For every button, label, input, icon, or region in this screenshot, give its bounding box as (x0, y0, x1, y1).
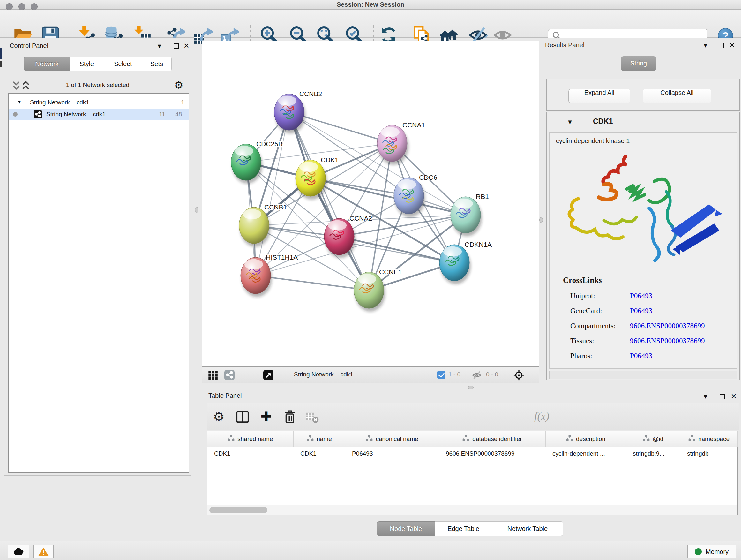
network-node-RB1[interactable]: RB1 (451, 193, 489, 236)
table-cell[interactable]: 9606.ENSP00000378699 (439, 447, 545, 461)
network-node-CCNE1[interactable]: CCNE1 (354, 268, 402, 312)
expand-all-button[interactable]: Expand All (568, 89, 630, 104)
network-node-CDC6[interactable]: CDC6 (394, 174, 437, 217)
panel-maximize-icon[interactable] (174, 44, 179, 49)
tab-style[interactable]: Style (70, 57, 104, 71)
table-cell[interactable]: stringdb (680, 447, 738, 461)
show-grid-icon[interactable] (208, 370, 218, 380)
table-horizontal-scrollbar[interactable] (207, 505, 738, 515)
column-type-icon (643, 434, 650, 443)
screen-edge-decor (0, 48, 2, 59)
tab-sets[interactable]: Sets (142, 57, 172, 71)
cloud-status-button[interactable] (8, 545, 29, 558)
column-header[interactable]: shared name (207, 431, 293, 447)
window-title: Session: New Session (0, 1, 741, 8)
column-header[interactable]: description (545, 431, 626, 447)
node-label-HIST1H1A: HIST1H1A (266, 253, 298, 261)
panel-float-chevron-icon[interactable]: ▾ (704, 42, 707, 49)
panel-close-icon[interactable]: ✕ (731, 393, 737, 400)
network-row-selected[interactable]: String Network – cdk1 11 48 (9, 109, 189, 120)
function-builder-icon: f(x) (534, 410, 549, 422)
node-gloss-highlight (455, 199, 473, 209)
network-options-gear-icon[interactable]: ⚙ (174, 79, 184, 91)
fit-selection-crosshair-icon[interactable] (513, 369, 525, 381)
hidden-counts: 0 - 0 (486, 371, 498, 378)
network-edge-CCNB2-CCNE1[interactable] (289, 112, 369, 290)
table-cell[interactable]: CDK1 (293, 447, 345, 461)
panel-maximize-icon[interactable] (719, 43, 724, 48)
table-cell[interactable]: cyclin-dependent ... (545, 447, 626, 461)
panel-close-icon[interactable]: ✕ (184, 42, 189, 50)
tab-network[interactable]: Network (24, 57, 70, 71)
add-column-icon[interactable]: ✚ (259, 410, 273, 424)
crosslinks-list: Uniprot:P06493GeneCard:P06493Compartment… (549, 289, 737, 364)
crosslink-label: Tissues: (570, 337, 594, 345)
network-node-CDKN1A[interactable]: CDKN1A (440, 241, 492, 284)
panel-float-chevron-icon[interactable]: ▾ (704, 393, 707, 400)
table-options-gear-icon[interactable]: ⚙ (212, 410, 226, 424)
scrollbar-thumb[interactable] (209, 507, 267, 513)
birds-eye-view-icon[interactable] (263, 370, 273, 380)
selected-nodes-checkbox[interactable] (437, 371, 446, 379)
crosslink-value-link[interactable]: P06493 (630, 307, 652, 315)
network-selection-status: 1 of 1 Network selected (4, 81, 192, 88)
tab-select[interactable]: Select (104, 57, 142, 71)
table-cell[interactable]: stringdb:9... (626, 447, 680, 461)
node-label-RB1: RB1 (476, 193, 489, 200)
column-header[interactable]: database identifier (439, 431, 545, 447)
network-edge-CCNB2-HIST1H1A[interactable] (256, 112, 289, 275)
tab-string[interactable]: String (621, 56, 656, 71)
network-collection-row[interactable]: ▼ String Network – cdk1 1 (9, 97, 189, 109)
column-header[interactable]: canonical name (345, 431, 439, 447)
tab-network-table[interactable]: Network Table (492, 521, 563, 536)
network-edge-CCNA2-CDKN1A[interactable] (339, 237, 455, 263)
column-header[interactable]: namespace (680, 431, 738, 447)
vertical-splitter-handle[interactable] (195, 207, 199, 212)
network-node-HIST1H1A[interactable]: HIST1H1A (241, 253, 298, 297)
node-gloss-highlight (245, 259, 263, 269)
protein-details: cyclin-dependent kinase 1 (549, 132, 738, 369)
column-header[interactable]: @id (626, 431, 680, 447)
horizontal-splitter-handle[interactable] (468, 386, 474, 389)
panel-float-chevron-icon[interactable]: ▾ (158, 42, 161, 50)
network-edge-HIST1H1A-CCNE1[interactable] (256, 275, 369, 290)
collapse-all-button[interactable]: Collapse All (643, 89, 711, 104)
panel-maximize-icon[interactable] (720, 394, 725, 399)
node-gloss-highlight (328, 220, 347, 231)
crosslink-row: Uniprot:P06493 (549, 289, 737, 304)
node-label-CDC25B: CDC25B (256, 140, 283, 147)
crosslink-value-link[interactable]: 9606.ENSP00000378699 (630, 322, 705, 330)
collapse-triangle-icon[interactable]: ▼ (567, 118, 573, 126)
network-canvas[interactable]: CCNB2CCNA1CDC25BCDK1CDC6RB1CCNB1CCNA2CDK… (202, 41, 539, 367)
tab-node-table[interactable]: Node Table (377, 521, 435, 536)
crosslink-value-link[interactable]: P06493 (630, 292, 652, 300)
tree-expand-triangle-icon[interactable]: ▼ (17, 99, 22, 105)
network-collection-label: String Network – cdk1 (30, 99, 89, 106)
table-row[interactable]: CDK1CDK1P064939606.ENSP00000378699cyclin… (207, 447, 738, 461)
table-cell[interactable]: P06493 (345, 447, 439, 461)
crosslink-value-link[interactable]: P06493 (630, 352, 652, 360)
divider (243, 369, 243, 381)
network-edge-CDK1-RB1[interactable] (311, 178, 466, 215)
network-view-title: String Network – cdk1 (294, 371, 353, 378)
network-node-CDC25B[interactable]: CDC25B (231, 140, 283, 184)
node-label-CDKN1A: CDKN1A (465, 241, 492, 248)
control-panel-tabs: Network Style Select Sets (24, 57, 172, 71)
network-node-CCNA1[interactable]: CCNA1 (377, 121, 425, 165)
crosslink-value-link[interactable]: 9606.ENSP00000378699 (630, 337, 705, 345)
delete-column-icon[interactable] (282, 410, 297, 424)
protein-card-header[interactable]: ▼ CDK1 (547, 112, 739, 132)
table-tabs: Node Table Edge Table Network Table (377, 521, 563, 536)
node-gloss-highlight (243, 209, 261, 219)
column-header[interactable]: name (293, 431, 345, 447)
table-cell[interactable]: CDK1 (207, 447, 293, 461)
network-graph[interactable]: CCNB2CCNA1CDC25BCDK1CDC6RB1CCNB1CCNA2CDK… (202, 41, 539, 366)
show-columns-icon[interactable] (235, 410, 250, 424)
crosslink-row: Tissues:9606.ENSP00000378699 (549, 334, 737, 349)
memory-button[interactable]: Memory (687, 545, 736, 558)
node-gloss-highlight (358, 274, 376, 284)
panel-close-icon[interactable]: ✕ (729, 42, 735, 49)
network-node-CDK1[interactable]: CDK1 (295, 156, 339, 199)
warning-status-button[interactable] (33, 545, 54, 558)
tab-edge-table[interactable]: Edge Table (435, 521, 492, 536)
